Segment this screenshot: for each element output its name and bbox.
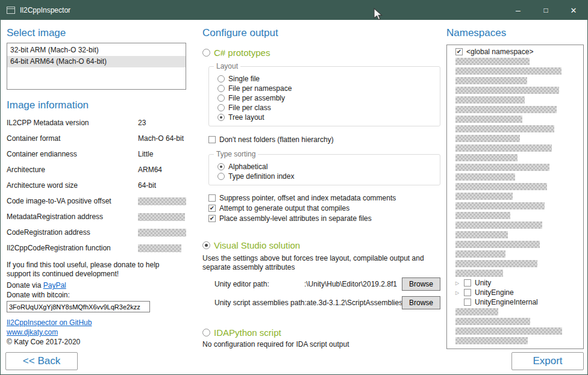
- namespace-item-redacted[interactable]: [447, 163, 583, 172]
- namespace-item-redacted[interactable]: [447, 124, 583, 134]
- namespace-item-redacted[interactable]: [447, 66, 583, 76]
- layout-option-file-per-namespace[interactable]: File per namespace: [217, 84, 435, 93]
- namespace-item-redacted[interactable]: [447, 85, 583, 95]
- redacted-label: [455, 116, 522, 123]
- namespace-item[interactable]: UnityEngineInternal: [447, 297, 583, 307]
- info-label: Container format: [7, 134, 138, 143]
- namespace-item-redacted[interactable]: [447, 220, 583, 230]
- redacted-value: [138, 229, 186, 237]
- expander-icon[interactable]: ▷: [455, 280, 461, 286]
- layout-option-file-per-class[interactable]: File per class: [217, 103, 435, 112]
- copyright-text: © Katy Coe 2017-2020: [7, 338, 186, 346]
- minimize-button[interactable]: –: [504, 1, 532, 20]
- checkbox-label: Attempt to generate output that compiles: [219, 204, 349, 212]
- visual-studio-solution-radio[interactable]: Visual Studio solution: [202, 240, 443, 250]
- namespace-item-redacted[interactable]: [447, 134, 583, 143]
- namespace-item-redacted[interactable]: [447, 191, 583, 201]
- namespace-item-redacted[interactable]: [447, 57, 583, 66]
- namespace-item-redacted[interactable]: [447, 307, 583, 317]
- layout-group-title: Layout: [214, 62, 240, 70]
- namespace-item-redacted[interactable]: [447, 240, 583, 249]
- namespace-label: <global namespace>: [465, 48, 533, 56]
- namespace-item-redacted[interactable]: [447, 249, 583, 259]
- website-link[interactable]: www.djkaty.com: [7, 328, 58, 336]
- maximize-button[interactable]: □: [532, 1, 560, 20]
- layout-option-tree-layout[interactable]: Tree layout: [217, 113, 435, 122]
- redacted-label: [455, 241, 540, 248]
- namespace-item-redacted[interactable]: [447, 76, 583, 85]
- redacted-label: [455, 58, 530, 65]
- namespace-item-redacted[interactable]: [447, 326, 583, 336]
- redacted-label: [455, 222, 542, 229]
- csharp-prototypes-radio[interactable]: C# prototypes: [202, 48, 443, 58]
- window-title: Il2CppInspector: [20, 6, 70, 14]
- output-checkbox-0[interactable]: Suppress pointer, offset and index metad…: [208, 193, 443, 203]
- radio-icon: [202, 241, 210, 249]
- namespace-item[interactable]: ✔<global namespace>: [447, 47, 583, 57]
- flatten-checkbox[interactable]: Don't nest folders (flatten hierarchy): [208, 134, 443, 144]
- namespace-item-redacted[interactable]: [447, 143, 583, 153]
- github-link[interactable]: Il2CppInspector on GitHub: [7, 318, 92, 327]
- namespace-item-redacted[interactable]: [447, 259, 583, 268]
- namespace-item-redacted[interactable]: [447, 114, 583, 124]
- info-row: MetadataRegistration address: [7, 209, 186, 225]
- bitcoin-address-input[interactable]: [7, 301, 150, 312]
- paypal-link[interactable]: PayPal: [43, 281, 66, 290]
- info-label: IL2CPP Metadata version: [7, 119, 138, 127]
- namespaces-heading: Namespaces: [446, 27, 584, 39]
- idapython-script-radio[interactable]: IDAPython script: [202, 327, 443, 338]
- namespace-item-redacted[interactable]: [447, 172, 583, 182]
- redacted-label: [455, 327, 562, 335]
- redacted-label: [455, 202, 545, 209]
- info-label: CodeRegistration address: [7, 228, 138, 237]
- radio-icon: [217, 75, 225, 82]
- checkbox-icon: ✔: [208, 205, 216, 212]
- namespace-item-redacted[interactable]: [447, 182, 583, 191]
- namespace-item[interactable]: ▷Unity: [447, 278, 583, 288]
- close-button[interactable]: ✕: [560, 1, 587, 20]
- output-checkbox-2[interactable]: ✔Place assembly-level attributes in sepa…: [208, 213, 443, 223]
- image-list-item[interactable]: 32-bit ARM (Mach-O 32-bit): [7, 45, 186, 56]
- layout-option-file-per-assembly[interactable]: File per assembly: [217, 93, 435, 102]
- namespace-item-redacted[interactable]: [447, 211, 583, 220]
- vs-fields: Unity editor path::\Unity\Hub\Editor\201…: [202, 277, 443, 309]
- redacted-label: [455, 260, 537, 267]
- visual-studio-solution-label: Visual Studio solution: [214, 240, 300, 250]
- layout-option-single-file[interactable]: Single file: [217, 74, 435, 83]
- redacted-label: [455, 337, 528, 344]
- namespace-item[interactable]: ▷UnityEngine: [447, 288, 583, 297]
- configure-output-heading: Configure output: [202, 27, 443, 39]
- namespace-item-redacted[interactable]: [447, 95, 583, 105]
- namespace-item-redacted[interactable]: [447, 153, 583, 163]
- browse-button[interactable]: Browse: [402, 277, 440, 291]
- browse-button[interactable]: Browse: [402, 296, 440, 309]
- type-sorting-group: Type sorting AlphabeticalType definition…: [208, 154, 440, 185]
- info-row: ArchitectureARM64: [7, 162, 186, 178]
- namespace-item-redacted[interactable]: [447, 336, 583, 346]
- export-button[interactable]: Export: [511, 352, 584, 370]
- info-value: 23: [138, 119, 146, 127]
- namespace-item-redacted[interactable]: [447, 105, 583, 114]
- info-label: Architecture word size: [7, 181, 138, 190]
- ida-description: No configuration required for IDA script…: [202, 340, 433, 349]
- image-information-table: IL2CPP Metadata version23Container forma…: [7, 115, 186, 256]
- output-checkbox-1[interactable]: ✔Attempt to generate output that compile…: [208, 203, 443, 213]
- checkbox-icon: [464, 289, 471, 296]
- idapython-script-label: IDAPython script: [214, 327, 281, 338]
- redacted-label: [455, 318, 530, 325]
- sort-option-type-definition-index[interactable]: Type definition index: [217, 172, 435, 181]
- namespace-item-redacted[interactable]: [447, 317, 583, 326]
- expander-icon[interactable]: ▷: [455, 290, 461, 296]
- vs-field-row: Unity script assemblies path:ate.3d-3.1.…: [214, 296, 440, 309]
- namespace-item-redacted[interactable]: [447, 230, 583, 240]
- image-list-item[interactable]: 64-bit ARM64 (Mach-O 64-bit): [7, 56, 186, 67]
- namespace-item-redacted[interactable]: [447, 201, 583, 211]
- namespaces-listbox[interactable]: ✔<global namespace>▷Unity▷UnityEngineUni…: [446, 45, 584, 349]
- back-button[interactable]: << Back: [5, 352, 78, 370]
- radio-icon: [217, 104, 225, 111]
- info-row: Architecture word size64-bit: [7, 178, 186, 193]
- namespace-item-redacted[interactable]: [447, 268, 583, 278]
- redacted-label: [455, 164, 549, 171]
- redacted-label: [455, 144, 552, 152]
- sort-option-alphabetical[interactable]: Alphabetical: [217, 162, 435, 171]
